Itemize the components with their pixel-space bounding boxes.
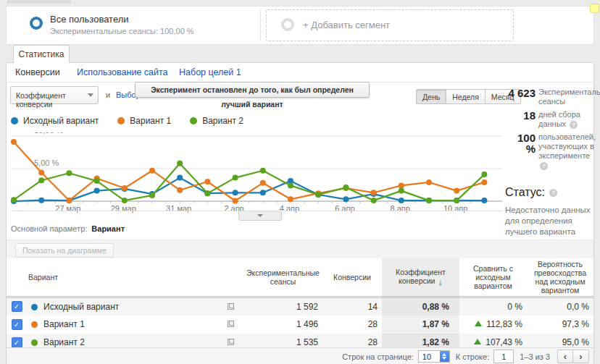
metric-dropdown-value: Коэффициент конверсии bbox=[16, 91, 98, 109]
svg-text:27 мар.: 27 мар. bbox=[55, 204, 83, 213]
legend-item-variant2[interactable]: Вариант 2 bbox=[190, 116, 243, 126]
segment-subtitle: Экспериментальные сеансы: 100,00 % bbox=[50, 27, 194, 35]
rate-value: 1,87 % bbox=[382, 316, 459, 334]
primary-parameter-value[interactable]: Вариант bbox=[91, 224, 125, 233]
svg-text:6 апр.: 6 апр. bbox=[335, 204, 357, 213]
status-title: Статус: bbox=[505, 186, 593, 199]
table-header-row: Вариант Экспериментальные сеансы Конверс… bbox=[7, 258, 593, 297]
legend-item-variant1[interactable]: Вариант 1 bbox=[117, 116, 171, 126]
report-nav: Конверсии Использование сайта Набор целе… bbox=[7, 63, 593, 82]
report-card: Конверсии Использование сайта Набор целе… bbox=[6, 62, 594, 364]
legend-label: Вариант 2 bbox=[202, 116, 243, 126]
experiment-stopped-notice: Эксперимент остановлен до того, как был … bbox=[135, 82, 370, 98]
goto-row-label: К строке: bbox=[456, 352, 489, 361]
svg-text:29 мар.: 29 мар. bbox=[111, 204, 138, 213]
sort-desc-icon[interactable] bbox=[438, 276, 443, 287]
summary-users-label: пользователей, участвующих в эксперимент… bbox=[538, 132, 596, 170]
conversions-value: 14 bbox=[322, 297, 382, 316]
table-pagination: Строк на странице: 10 К строке: 1–3 из 3 bbox=[7, 347, 593, 364]
summary-sessions: 4 623 Экспериментальные сеансы bbox=[505, 88, 593, 106]
feedback-icon[interactable] bbox=[590, 4, 599, 13]
summary-users: 100 % пользователей, участвующих в экспе… bbox=[505, 132, 593, 170]
increase-arrow-icon bbox=[474, 339, 481, 344]
next-page-button[interactable] bbox=[573, 350, 589, 363]
chevron-down-icon bbox=[88, 93, 93, 97]
col-header-variant[interactable]: Вариант bbox=[27, 258, 217, 297]
col-header-sessions[interactable]: Экспериментальные сеансы bbox=[243, 258, 322, 297]
row-checkbox[interactable] bbox=[12, 319, 22, 330]
sessions-value: 1 592 bbox=[243, 297, 322, 316]
rows-per-page-value: 10 bbox=[422, 352, 431, 361]
chart-legend: Исходный вариант Вариант 1 Вариант 2 bbox=[11, 115, 262, 127]
nav-conversions[interactable]: Конверсии bbox=[15, 67, 60, 77]
conversions-value: 28 bbox=[322, 316, 382, 334]
segment-donut-icon bbox=[30, 17, 43, 30]
legend-label: Исходный вариант bbox=[23, 116, 99, 126]
col-header-compare[interactable]: Сравнить с исходным вариантом bbox=[459, 258, 527, 297]
variants-table: Вариант Экспериментальные сеансы Конверс… bbox=[7, 258, 593, 352]
col-header-conversions[interactable]: Конверсии bbox=[322, 258, 382, 297]
status-text: Недостаточно данных для определения лучш… bbox=[505, 205, 593, 237]
summary-days: 18 дней сбора данных bbox=[505, 110, 593, 129]
conjunction-label: и bbox=[106, 90, 110, 99]
probability-value: 0,0 % bbox=[527, 297, 593, 316]
help-icon[interactable] bbox=[549, 189, 557, 197]
summary-days-value: 18 bbox=[505, 110, 538, 129]
segment-donut-empty-icon bbox=[281, 18, 294, 31]
table-row-variant1: Вариант 1 1 496 28 1,87 % 112,83 % 97,3 … bbox=[7, 316, 593, 334]
svg-text:10,00 %: 10,00 % bbox=[34, 132, 64, 135]
segment-all-users[interactable]: Все пользователи Экспериментальные сеанс… bbox=[17, 9, 261, 41]
help-icon[interactable] bbox=[540, 162, 548, 170]
summary-users-value: 100 % bbox=[505, 132, 538, 170]
open-in-new-icon[interactable] bbox=[228, 339, 234, 345]
summary-sessions-value: 4 623 bbox=[505, 88, 538, 106]
granularity-week-button[interactable]: Неделя bbox=[446, 89, 486, 104]
primary-parameter-label: Основной параметр: bbox=[11, 224, 87, 233]
increase-arrow-icon bbox=[475, 321, 482, 326]
table-action-band: Показать на диаграмме bbox=[7, 240, 593, 258]
add-segment-label: + Добавить сегмент bbox=[303, 20, 390, 30]
svg-text:31 мар.: 31 мар. bbox=[166, 204, 193, 213]
table-row-control: Исходный вариант 1 592 14 0,88 % 0 % 0,0… bbox=[7, 297, 593, 316]
collapse-chart-button[interactable] bbox=[238, 211, 282, 221]
series-dot-icon bbox=[31, 304, 38, 310]
add-segment-button[interactable]: + Добавить сегмент bbox=[266, 9, 514, 41]
col-header-rate[interactable]: Коэффициент конверсии bbox=[382, 258, 459, 297]
variant-name: Вариант 2 bbox=[43, 337, 85, 347]
legend-item-control[interactable]: Исходный вариант bbox=[11, 116, 99, 126]
svg-text:8 апр.: 8 апр. bbox=[391, 204, 412, 213]
granularity-day-button[interactable]: День bbox=[416, 89, 446, 104]
metric-dropdown[interactable]: Коэффициент конверсии bbox=[10, 86, 99, 104]
rate-value: 0,88 % bbox=[382, 297, 459, 316]
pagination-range: 1–3 из 3 bbox=[520, 352, 550, 361]
experiment-summary: 4 623 Экспериментальные сеансы 18 дней с… bbox=[505, 88, 593, 237]
segment-title: Все пользователи bbox=[50, 14, 129, 25]
svg-text:10 апр.: 10 апр. bbox=[443, 204, 470, 213]
nav-site-usage[interactable]: Использование сайта bbox=[77, 67, 168, 77]
svg-text:5,00 %: 5,00 % bbox=[34, 158, 59, 167]
rows-per-page-label: Строк на странице: bbox=[342, 352, 414, 361]
goto-row-input[interactable] bbox=[493, 350, 514, 363]
summary-sessions-label: Экспериментальные сеансы bbox=[538, 88, 600, 106]
col-header-probability[interactable]: Вероятность превосходства над исходным в… bbox=[527, 258, 593, 297]
svg-text:…: … bbox=[15, 204, 23, 213]
open-in-new-icon[interactable] bbox=[228, 303, 234, 310]
previous-page-button[interactable] bbox=[557, 350, 573, 363]
row-checkbox[interactable] bbox=[12, 337, 22, 348]
svg-text:4 апр.: 4 апр. bbox=[280, 204, 301, 213]
tab-statistics[interactable]: Статистика bbox=[13, 45, 70, 63]
row-checkbox[interactable] bbox=[12, 301, 22, 312]
spinner-icon[interactable] bbox=[440, 351, 449, 362]
series-dot-icon bbox=[31, 339, 38, 346]
compare-value: 112,83 % bbox=[459, 316, 527, 334]
open-in-new-icon[interactable] bbox=[228, 321, 234, 327]
conversion-rate-chart: 10,00 %5,00 %…27 мар.29 мар.31 мар.2 апр… bbox=[11, 132, 502, 215]
variant-name: Вариант 1 bbox=[43, 319, 85, 329]
nav-goal-set-1[interactable]: Набор целей 1 bbox=[179, 67, 241, 77]
show-on-chart-button[interactable]: Показать на диаграмме bbox=[15, 243, 114, 258]
conversion-rate-chart-svg: 10,00 %5,00 %…27 мар.29 мар.31 мар.2 апр… bbox=[11, 132, 502, 215]
segments-bar: Все пользователи Экспериментальные сеанс… bbox=[6, 6, 594, 45]
rows-per-page-select[interactable]: 10 bbox=[418, 350, 450, 363]
help-icon[interactable] bbox=[570, 121, 578, 129]
compare-value: 0 % bbox=[459, 297, 527, 316]
